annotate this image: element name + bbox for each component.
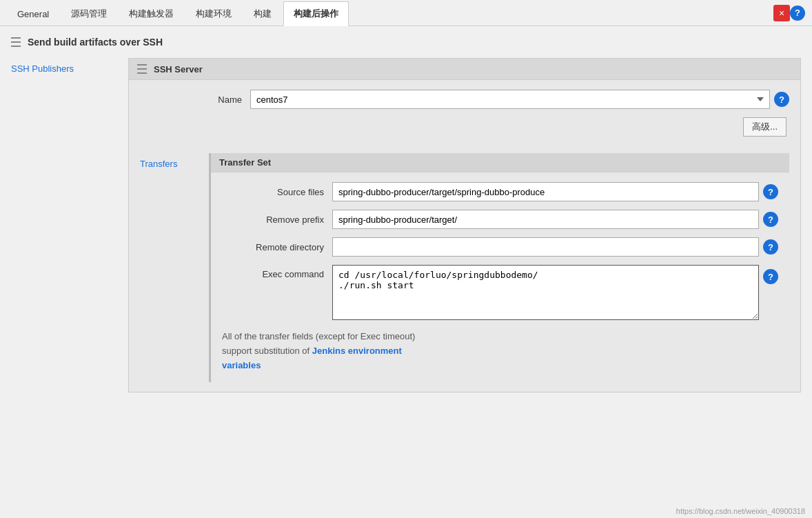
transfers-sidebar: Transfers — [140, 153, 209, 382]
remove-prefix-input[interactable] — [332, 210, 759, 229]
ssh-server-title: SSH Server — [154, 64, 203, 74]
tab-env[interactable]: 构建环境 — [185, 1, 242, 26]
ssh-server-heading: SSH Server — [129, 59, 800, 80]
name-label: Name — [140, 94, 250, 105]
advanced-button[interactable]: 高级... — [743, 117, 786, 137]
remote-directory-wrap: ? — [332, 237, 778, 257]
remove-prefix-row: Remove prefix ? — [222, 210, 778, 229]
exec-command-textarea[interactable] — [332, 265, 759, 320]
variables-link[interactable]: variables — [222, 360, 261, 370]
ssh-publishers-label[interactable]: SSH Publishers — [11, 61, 128, 77]
jenkins-env-link[interactable]: Jenkins environment — [312, 346, 402, 356]
transfers-label[interactable]: Transfers — [140, 156, 209, 172]
tab-triggers[interactable]: 构建触发器 — [119, 1, 184, 26]
transfer-set-heading: Transfer Set — [211, 153, 789, 172]
transfers-layout: Transfers Transfer Set Source files — [140, 153, 789, 382]
help-icon[interactable]: ? — [790, 6, 805, 21]
remove-prefix-label: Remove prefix — [222, 215, 332, 225]
exec-command-wrap: ? — [332, 265, 778, 320]
source-files-label: Source files — [222, 187, 332, 197]
tab-build[interactable]: 构建 — [243, 1, 282, 26]
section-grip-icon — [11, 36, 22, 48]
link-text2: variables — [222, 360, 261, 370]
close-button[interactable]: × — [773, 5, 790, 21]
remove-prefix-wrap: ? — [332, 210, 778, 229]
remote-directory-help-icon[interactable]: ? — [763, 239, 778, 255]
section-title: Send build artifacts over SSH — [28, 37, 163, 48]
transfer-set-title: Transfer Set — [219, 157, 271, 168]
source-files-wrap: ? — [332, 182, 778, 201]
watermark: https://blog.csdn.net/weixin_40900318 — [676, 507, 805, 515]
remote-directory-label: Remote directory — [222, 242, 332, 252]
ssh-server-content: Name centos7 ? 高级... Transfers — [129, 80, 800, 392]
source-files-help-icon[interactable]: ? — [763, 184, 778, 199]
note-line2: support substitution of — [222, 346, 312, 356]
sidebar: SSH Publishers — [11, 58, 128, 392]
section-header: Send build artifacts over SSH — [11, 36, 801, 48]
source-files-row: Source files ? — [222, 182, 778, 201]
exec-command-help-icon[interactable]: ? — [763, 269, 778, 284]
transfers-panel: Transfer Set Source files ? — [209, 153, 789, 382]
source-files-input[interactable] — [332, 182, 759, 201]
link-text1: Jenkins environment — [312, 346, 402, 356]
tab-post[interactable]: 构建后操作 — [283, 1, 349, 26]
main-layout: SSH Publishers SSH Server Name centos7 — [11, 58, 801, 392]
tab-source[interactable]: 源码管理 — [61, 1, 117, 26]
main-content: Send build artifacts over SSH SSH Publis… — [0, 26, 812, 402]
note-text: All of the transfer fields (except for E… — [222, 330, 778, 372]
name-row: Name centos7 ? — [140, 90, 789, 109]
name-select[interactable]: centos7 — [250, 90, 770, 109]
top-nav-bar: General 源码管理 构建触发器 构建环境 构建 构建后操作 × ? — [0, 0, 812, 26]
remove-prefix-help-icon[interactable]: ? — [763, 212, 778, 227]
transfer-set-content: Source files ? Remove prefix — [211, 172, 789, 382]
remote-directory-input[interactable] — [332, 237, 759, 257]
main-panel: SSH Server Name centos7 ? 高级... — [128, 58, 801, 392]
remote-directory-row: Remote directory ? — [222, 237, 778, 257]
exec-command-row: Exec command ? — [222, 265, 778, 320]
advanced-btn-row: 高级... — [140, 117, 789, 145]
tab-general[interactable]: General — [7, 3, 59, 25]
note-line1: All of the transfer fields (except for E… — [222, 331, 415, 341]
name-control-wrap: centos7 ? — [250, 90, 789, 109]
exec-command-label: Exec command — [222, 265, 332, 279]
ssh-server-grip-icon — [137, 63, 148, 75]
name-help-icon[interactable]: ? — [774, 92, 789, 107]
